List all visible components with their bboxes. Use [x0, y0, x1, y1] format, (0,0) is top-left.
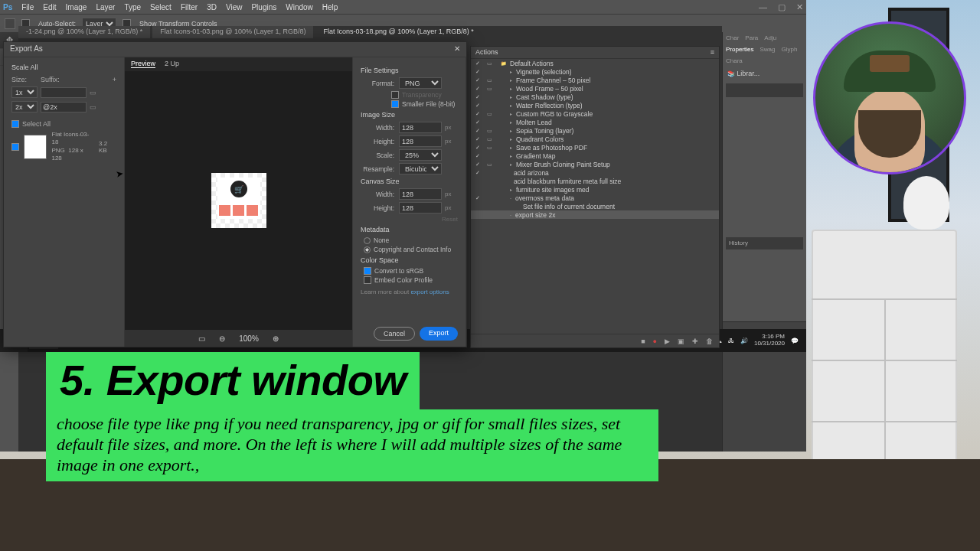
menu-select[interactable]: Select — [150, 3, 172, 11]
delete-icon[interactable]: 🗑 — [706, 337, 713, 345]
panel-tab[interactable]: Chara — [724, 57, 744, 65]
minimize-icon[interactable]: — — [759, 2, 767, 12]
canvas-size-heading: Canvas Size — [361, 178, 458, 185]
action-row[interactable]: ✓▭▸Save as Photoshop PDF — [471, 143, 719, 152]
menu-window[interactable]: Window — [286, 3, 313, 11]
action-row[interactable]: ✓▭▸Sepia Toning (layer) — [471, 126, 719, 135]
record-icon[interactable]: ● — [653, 337, 657, 345]
zoom-out-icon[interactable]: ⊖ — [219, 334, 225, 343]
srgb-check[interactable] — [364, 267, 371, 275]
suffix-2-input[interactable] — [41, 102, 87, 112]
tutorial-overlay: 5. Export window choose file type like p… — [46, 352, 658, 481]
maximize-icon[interactable]: ▢ — [778, 2, 786, 12]
action-row[interactable]: acid blackburn furniture meta full size — [471, 177, 719, 185]
zoom-in-icon[interactable]: ⊕ — [273, 334, 279, 343]
menu-edit[interactable]: Edit — [43, 3, 56, 11]
panel-tab[interactable]: Para — [743, 34, 760, 42]
menu-file[interactable]: File — [21, 3, 34, 11]
transparency-check[interactable] — [391, 91, 399, 99]
smaller-file-label: Smaller File (8-bit) — [402, 100, 455, 108]
action-row[interactable]: -export size 2x — [471, 210, 719, 219]
menu-layer[interactable]: Layer — [96, 3, 115, 11]
play-icon[interactable]: ▶ — [665, 337, 670, 345]
action-row[interactable]: ✓▸Water Reflection (type) — [471, 101, 719, 109]
menu-filter[interactable]: Filter — [181, 3, 198, 11]
embed-check[interactable] — [364, 276, 371, 284]
tutorial-heading: 5. Export window — [46, 352, 420, 409]
menu-image[interactable]: Image — [66, 3, 87, 11]
new-action-icon[interactable]: ✚ — [692, 337, 698, 345]
panel-tab[interactable]: Swag — [758, 45, 776, 54]
canvas-height-input[interactable] — [399, 202, 442, 214]
doc-tab-3[interactable]: Flat Icons-03-18.png @ 100% (Layer 1, RG… — [315, 26, 482, 38]
height-input[interactable] — [399, 135, 442, 147]
add-size-icon[interactable]: + — [113, 76, 116, 83]
format-select[interactable]: PNG — [399, 77, 442, 89]
preview-canvas: 🛒 — [125, 71, 352, 330]
metadata-copy-radio[interactable] — [364, 246, 371, 253]
learn-more-link[interactable]: export options — [410, 289, 449, 295]
export-as-dialog: Export As✕ Scale All Size:Suffix:+ 1x▭ 2… — [3, 41, 467, 347]
action-row[interactable]: ✓▭▸Custom RGB to Grayscale — [471, 109, 719, 118]
menu-plugins[interactable]: Plugins — [251, 3, 276, 11]
new-set-icon[interactable]: ▣ — [678, 337, 684, 345]
embed-label: Embed Color Profile — [374, 276, 433, 284]
action-row[interactable]: ✓▭▸Quadrant Colors — [471, 135, 719, 143]
reset-button[interactable]: Reset — [361, 216, 458, 223]
stop-icon[interactable]: ■ — [641, 337, 645, 345]
libraries-panel[interactable]: Librar... — [723, 67, 806, 80]
panel-tab[interactable]: Glyph — [779, 45, 799, 54]
action-row[interactable]: ▸furniture site images med — [471, 185, 719, 194]
color-space-heading: Color Space — [361, 256, 458, 264]
remove-size-icon[interactable]: ▭ — [90, 103, 96, 111]
panel-tab[interactable]: Properties — [724, 45, 755, 54]
action-row[interactable]: ✓▸Cast Shadow (type) — [471, 93, 719, 101]
action-row[interactable]: ✓▭▸Wood Frame – 50 pixel — [471, 84, 719, 93]
swatch — [726, 83, 803, 97]
panel-menu-icon[interactable]: ≡ — [710, 48, 714, 57]
remove-size-icon[interactable]: ▭ — [90, 89, 96, 96]
history-panel[interactable]: History — [726, 237, 803, 249]
select-all-check[interactable] — [11, 120, 19, 128]
action-row[interactable]: ✓▸Molten Lead — [471, 118, 719, 126]
canvas-width-input[interactable] — [399, 188, 442, 200]
panel-tab[interactable]: Adju — [763, 34, 778, 42]
action-row[interactable]: ✓▭▸Frame Channel – 50 pixel — [471, 76, 719, 84]
close-icon[interactable]: ✕ — [796, 2, 803, 12]
menu-3d[interactable]: 3D — [207, 3, 217, 11]
size-1-select[interactable]: 1x — [11, 86, 38, 98]
preview-image: 🛒 — [211, 173, 266, 228]
resample-select[interactable]: Bicubic Auto... — [399, 163, 442, 174]
panel-tab[interactable]: Char — [724, 34, 740, 42]
action-row[interactable]: ✓-overmoss meta data — [471, 194, 719, 202]
action-row[interactable]: Set file info of current document — [471, 202, 719, 210]
preview-tab[interactable]: Preview — [131, 60, 155, 68]
dialog-close-icon[interactable]: ✕ — [454, 44, 460, 54]
taskbar-clock[interactable]: 3:16 PM10/31/2020 — [754, 334, 785, 347]
suffix-1-input[interactable] — [41, 87, 87, 98]
doc-tab-2[interactable]: Flat Icons-01-03.png @ 100% (Layer 1, RG… — [152, 26, 314, 38]
scale-select[interactable]: 25% — [399, 149, 442, 161]
smaller-file-check[interactable] — [391, 100, 399, 108]
action-row[interactable]: ✓▭📁Default Actions — [471, 59, 719, 67]
asset-check[interactable] — [11, 143, 19, 151]
width-input[interactable] — [399, 122, 442, 133]
scale-label: Scale: — [361, 152, 399, 159]
metadata-none-radio[interactable] — [364, 237, 371, 244]
export-button[interactable]: Export — [420, 327, 458, 341]
cancel-button[interactable]: Cancel — [374, 327, 415, 341]
action-row[interactable]: ✓▸Gradient Map — [471, 152, 719, 160]
menu-type[interactable]: Type — [124, 3, 141, 11]
tray-notifications-icon[interactable]: 💬 — [791, 337, 799, 344]
hand-tool-icon[interactable]: ▭ — [198, 334, 205, 343]
twoup-tab[interactable]: 2 Up — [165, 60, 179, 67]
action-row[interactable]: ✓▭▸Mixer Brush Cloning Paint Setup — [471, 160, 719, 168]
menu-help[interactable]: Help — [322, 3, 338, 11]
action-row[interactable]: ✓acid arizona — [471, 168, 719, 177]
action-row[interactable]: ✓▸Vignette (selection) — [471, 67, 719, 76]
doc-tab-1[interactable]: -1-24.png @ 100% (Layer 1, RGB/8) * — [18, 26, 151, 38]
tray-network-icon[interactable]: 🖧 — [728, 337, 734, 344]
menu-view[interactable]: View — [226, 3, 243, 11]
size-2-select[interactable]: 2x — [11, 101, 38, 112]
tray-volume-icon[interactable]: 🔊 — [740, 337, 748, 344]
